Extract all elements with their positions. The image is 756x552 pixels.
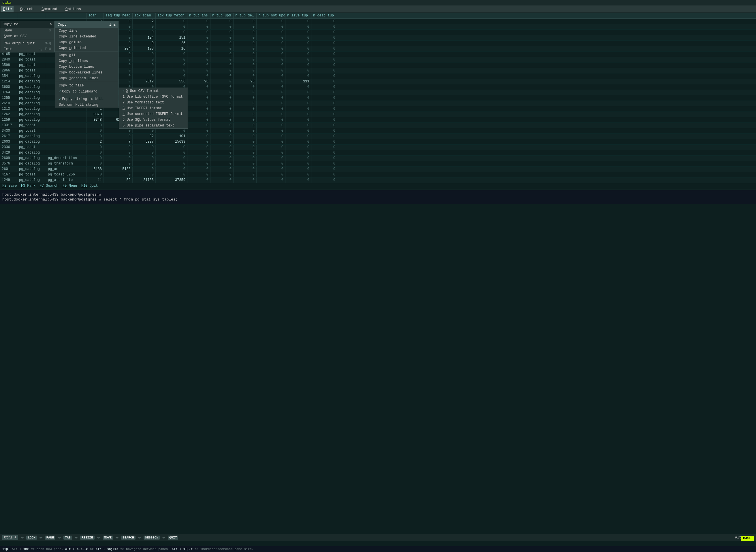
table-cell: 0	[210, 172, 233, 177]
table-cell: 2336	[0, 145, 17, 150]
copy-to-header[interactable]: Copy to >	[0, 21, 55, 28]
table-cell: 0	[311, 177, 337, 183]
table-cell: 0	[188, 101, 210, 106]
table-cell: 0	[188, 35, 210, 40]
menu-save[interactable]: Save s	[0, 28, 55, 33]
menu-command[interactable]: Command	[40, 6, 59, 12]
format-csv[interactable]: 0 Use CSV format	[119, 88, 188, 94]
copy-to-clipboard[interactable]: Copy to clipboard	[56, 89, 118, 95]
shortcut-f3[interactable]: F3 Mark	[21, 184, 35, 188]
table-cell: 0	[87, 156, 104, 161]
menu-options[interactable]: Options	[64, 6, 83, 12]
copy-bottom-lines[interactable]: Copy bottom lines	[56, 64, 118, 70]
col-seq-tup-read: seq_tup_read	[104, 13, 133, 18]
col-idx-tup-fetch: idx_tup_fetch	[156, 13, 188, 18]
table-row[interactable]: 2609pg_catalogpg_description0000000000	[0, 156, 756, 161]
table-row[interactable]: 2603pg_catalog27522715639000000	[0, 139, 756, 145]
copy-submenu-header[interactable]: Copy Ins	[56, 21, 118, 28]
table-row[interactable]: 2601pg_catalogpg_am5188518800000000	[0, 166, 756, 172]
cmd-quit[interactable]: QUIT	[168, 536, 178, 540]
table-cell: 0	[210, 85, 233, 90]
table-cell: 0	[210, 117, 233, 122]
table-cell: 0	[286, 62, 311, 68]
table-cell: pg_toast	[17, 123, 46, 128]
table-row[interactable]: 13317pg_toast0000000000	[0, 123, 756, 128]
table-row[interactable]: 4167pg_toastpg_toast_32560000000000	[0, 172, 756, 177]
table-row[interactable]: 1262pg_catalog0373414745257852578000000	[0, 112, 756, 117]
shortcut-f2[interactable]: F2 Save	[2, 184, 17, 188]
copy-column[interactable]: Copy column	[56, 39, 118, 45]
table-row[interactable]: 3576pg_catalogpg_transform0000000000	[0, 161, 756, 166]
table-cell: 0748	[87, 117, 104, 122]
copy-top-lines[interactable]: Copy top lines	[56, 58, 118, 64]
format-sql-values[interactable]: 5 Use SQL Values format	[119, 117, 188, 123]
table-cell: 0	[311, 62, 337, 68]
menu-raw-quit[interactable]: Raw output quit M-q	[0, 41, 55, 46]
table-cell: 0	[210, 139, 233, 144]
menu-file[interactable]: File	[1, 6, 14, 12]
table-row[interactable]: 2617pg_catalog0082101000000	[0, 134, 756, 139]
cmd-move[interactable]: MOVE	[103, 536, 113, 540]
copy-searched-lines[interactable]: Copy searched lines	[56, 76, 118, 81]
menu-save-csv[interactable]: Save as CSV	[0, 33, 55, 39]
copy-selected[interactable]: Copy selected	[56, 45, 118, 51]
table-cell: 0	[256, 161, 286, 166]
table-cell: pg_toast	[17, 62, 46, 68]
table-cell: 0	[104, 134, 133, 139]
shortcut-f7[interactable]: F7 Search	[40, 184, 59, 188]
copy-to-file[interactable]: Copy to file	[56, 83, 118, 89]
copy-all[interactable]: Copy all	[56, 52, 118, 58]
menu-exit[interactable]: Exit q, F10	[0, 46, 55, 52]
table-cell: 0	[87, 128, 104, 133]
table-cell: 0	[233, 117, 256, 122]
cmd-search[interactable]: SEARCH	[121, 536, 135, 540]
shortcut-f10[interactable]: F10 Quit	[81, 184, 98, 188]
table-row[interactable]: 1249pg_catalogpg_attribute11522175337859…	[0, 177, 756, 183]
table-cell: 0	[286, 139, 311, 144]
table-cell: 3600	[0, 85, 17, 90]
table-cell: 0	[87, 161, 104, 166]
table-cell: 0	[256, 145, 286, 150]
table-cell: 0	[188, 57, 210, 62]
table-cell: 0	[87, 134, 104, 139]
format-formatted[interactable]: 2 Use formatted text	[119, 100, 188, 106]
terminal-prompt-1: host.docker.internal:5439 backend@postgr…	[2, 192, 101, 197]
table-cell: 0	[311, 117, 337, 122]
cmd-lock[interactable]: LOCK	[26, 536, 37, 540]
shortcut-f9[interactable]: F9 Menu	[63, 184, 77, 188]
menu-search[interactable]: Search	[18, 6, 35, 12]
table-cell: 0	[133, 62, 156, 68]
empty-string-null[interactable]: Empty string is NULL	[56, 96, 118, 102]
table-cell: 0	[233, 30, 256, 35]
table-cell: 2966	[0, 68, 17, 73]
copy-bookmarked-lines[interactable]: Copy bookmarked lines	[56, 70, 118, 76]
format-insert[interactable]: 3 Use INSERT format	[119, 106, 188, 111]
cmd-pane[interactable]: PANE	[45, 536, 56, 540]
format-tsvc[interactable]: 1 Use LibreOffice TSVC format	[119, 94, 188, 100]
table-row[interactable]: 2336pg_toast0000000000	[0, 145, 756, 150]
table-cell: pg_toast_3256	[46, 172, 87, 177]
main-area: scan seq_tup_read idx_scan idx_tup_fetch…	[0, 13, 756, 183]
cmd-tab[interactable]: TAB	[64, 536, 72, 540]
table-cell: 0	[311, 79, 337, 84]
table-cell: 0	[311, 41, 337, 46]
copy-line[interactable]: Copy line	[56, 28, 118, 34]
set-null-string[interactable]: Set own NULL string	[56, 102, 118, 108]
table-cell: 0	[210, 156, 233, 161]
copy-line-extended[interactable]: Copy line extended	[56, 34, 118, 39]
table-row[interactable]: 3429pg_catalog0000000000	[0, 150, 756, 156]
cmd-session[interactable]: SESSION	[143, 536, 160, 540]
table-cell: 0	[311, 46, 337, 51]
cmd-resize[interactable]: RESIZE	[80, 536, 95, 540]
format-commented-insert[interactable]: 4 Use commented INSERT format	[119, 111, 188, 117]
table-row[interactable]: 1259pg_catalog07486201853115601202800000…	[0, 117, 756, 123]
table-cell: 0	[256, 139, 286, 144]
table-cell: 0	[104, 128, 133, 133]
table-cell: 0	[133, 74, 156, 79]
table-row[interactable]: 3430pg_toast0000000000	[0, 128, 756, 134]
format-pipe[interactable]: 6 Use pipe separated text	[119, 123, 188, 129]
table-cell: 0	[286, 177, 311, 183]
table-header: scan seq_tup_read idx_scan idx_tup_fetch…	[0, 13, 756, 19]
table-cell: 2610	[0, 101, 17, 106]
table-cell: 0	[286, 19, 311, 24]
